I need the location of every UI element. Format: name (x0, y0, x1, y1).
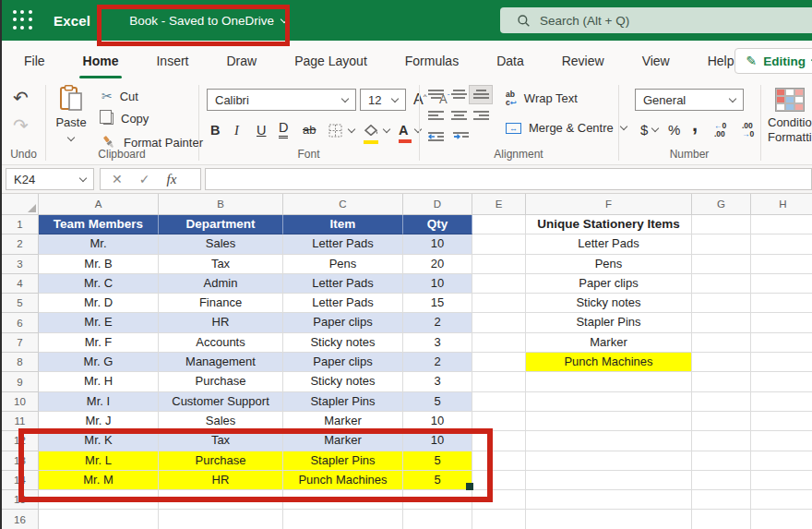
insert-function-button[interactable]: fx (166, 172, 176, 187)
cell-F9[interactable] (526, 372, 692, 391)
cell-F4[interactable]: Paper clips (526, 274, 692, 294)
cell-A7[interactable]: Mr. F (39, 333, 159, 353)
menu-item-review[interactable]: Review (562, 54, 604, 68)
column-header-G[interactable]: G (692, 194, 751, 215)
column-header-A[interactable]: A (39, 194, 159, 215)
row-header-1[interactable]: 1 (2, 215, 39, 234)
cell-H4[interactable] (751, 274, 812, 294)
cancel-entry-button[interactable]: ✕ (112, 172, 123, 186)
cell-F8[interactable]: Punch Machines (526, 353, 692, 372)
cell-E8[interactable] (472, 353, 526, 372)
cell-C6[interactable]: Paper clips (283, 313, 403, 332)
cell-A9[interactable]: Mr. H (39, 372, 159, 391)
table-resize-handle[interactable] (466, 483, 473, 490)
cell-D11[interactable]: 10 (403, 412, 472, 431)
currency-format-button[interactable]: $ (640, 120, 648, 140)
cell-D10[interactable]: 5 (403, 392, 472, 412)
double-underline-button[interactable]: D (279, 120, 288, 138)
row-header-7[interactable]: 7 (2, 333, 39, 353)
cell-F10[interactable] (526, 392, 692, 412)
cell-H12[interactable] (751, 431, 812, 451)
decrease-indent-button[interactable] (428, 131, 444, 143)
row-header-8[interactable]: 8 (2, 353, 39, 372)
cell-F7[interactable]: Marker (526, 333, 692, 353)
cell-H8[interactable] (751, 353, 812, 372)
paste-button[interactable]: Paste (50, 85, 92, 143)
formula-input[interactable] (205, 168, 812, 190)
cell-A1[interactable]: Team Members (39, 215, 159, 234)
cell-B2[interactable]: Sales (159, 234, 283, 254)
cell-D9[interactable]: 3 (403, 372, 472, 391)
menu-item-page-layout[interactable]: Page Layout (294, 54, 367, 68)
cell-E12[interactable] (472, 431, 526, 451)
cell-C3[interactable]: Pens (283, 255, 403, 274)
align-center-button[interactable] (451, 110, 467, 122)
cell-F3[interactable]: Pens (526, 255, 692, 274)
cell-A10[interactable]: Mr. I (39, 392, 159, 412)
bold-button[interactable]: B (210, 120, 220, 140)
document-title-button[interactable]: Book - Saved to OneDrive (129, 14, 287, 28)
cell-A11[interactable]: Mr. J (39, 412, 159, 431)
cell-C16[interactable] (283, 510, 403, 529)
cell-E9[interactable] (472, 372, 526, 391)
cell-D5[interactable]: 15 (403, 294, 472, 313)
cell-E11[interactable] (472, 412, 526, 431)
menu-item-draw[interactable]: Draw (226, 54, 257, 68)
menu-item-home[interactable]: Home (83, 54, 119, 68)
cell-D6[interactable]: 2 (403, 313, 472, 332)
cell-G16[interactable] (692, 510, 751, 529)
cell-F1[interactable]: Unique Stationery Items (526, 215, 692, 234)
cell-C8[interactable]: Paper clips (283, 353, 403, 372)
row-header-13[interactable]: 13 (2, 451, 39, 471)
row-header-15[interactable]: 15 (2, 490, 39, 510)
cell-G1[interactable] (692, 215, 751, 234)
borders-button[interactable] (328, 123, 342, 143)
row-header-3[interactable]: 3 (2, 255, 39, 274)
column-header-F[interactable]: F (526, 194, 692, 215)
name-box[interactable]: K24 (6, 168, 94, 190)
cell-B10[interactable]: Customer Support (159, 392, 283, 412)
cell-F5[interactable]: Sticky notes (526, 294, 692, 313)
cell-E1[interactable] (472, 215, 526, 234)
cell-D4[interactable]: 10 (403, 274, 472, 294)
cell-E6[interactable] (472, 313, 526, 332)
cell-A5[interactable]: Mr. D (39, 294, 159, 313)
cell-E4[interactable] (472, 274, 526, 294)
cell-A3[interactable]: Mr. B (39, 255, 159, 274)
align-bottom-button[interactable] (473, 89, 489, 101)
chevron-down-icon[interactable] (414, 126, 422, 133)
menu-item-data[interactable]: Data (496, 54, 524, 68)
cell-B13[interactable]: Purchase (159, 451, 283, 471)
cell-H10[interactable] (751, 392, 812, 412)
cell-A12[interactable]: Mr. K (39, 431, 159, 451)
fill-color-button[interactable] (364, 121, 378, 144)
chevron-down-icon[interactable] (651, 125, 659, 132)
chevron-down-icon[interactable] (348, 126, 355, 133)
cell-B5[interactable]: Finance (159, 294, 283, 313)
cell-F12[interactable] (526, 431, 692, 451)
cell-C15[interactable] (283, 490, 403, 510)
menu-item-insert[interactable]: Insert (156, 54, 188, 68)
font-family-select[interactable]: Calibri (207, 89, 356, 111)
strikethrough-button[interactable]: ab (303, 120, 316, 140)
cell-H15[interactable] (751, 490, 812, 510)
cell-H14[interactable] (751, 471, 812, 490)
italic-button[interactable]: I (234, 120, 239, 140)
cell-G7[interactable] (692, 333, 751, 353)
cell-G4[interactable] (692, 274, 751, 294)
column-header-C[interactable]: C (283, 194, 403, 215)
cell-D12[interactable]: 10 (403, 431, 472, 451)
cell-H6[interactable] (751, 313, 812, 332)
cell-B4[interactable]: Admin (159, 274, 283, 294)
cell-E14[interactable] (472, 471, 526, 490)
cell-D15[interactable] (403, 490, 472, 510)
align-middle-button[interactable] (451, 89, 467, 101)
cell-E16[interactable] (472, 510, 526, 529)
row-header-10[interactable]: 10 (2, 392, 39, 412)
cell-F13[interactable] (526, 451, 692, 471)
redo-button[interactable]: ↷ (13, 116, 29, 135)
percent-format-button[interactable]: % (668, 120, 680, 140)
cell-G14[interactable] (692, 471, 751, 490)
cell-B16[interactable] (159, 510, 283, 529)
cell-C7[interactable]: Sticky notes (283, 333, 403, 353)
